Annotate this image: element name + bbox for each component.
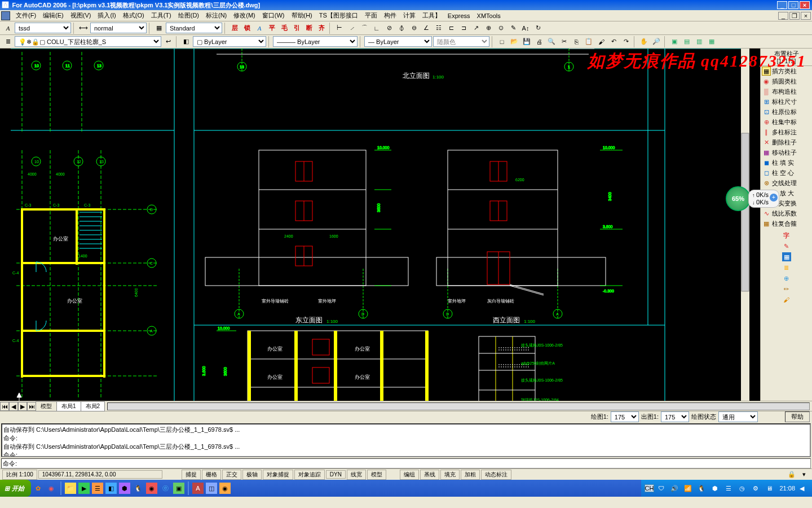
tool-match-icon[interactable]: 🖌 — [595, 36, 607, 47]
tool-lead[interactable]: 引 — [291, 23, 302, 34]
toggle-osnap[interactable]: 对象捕捉 — [263, 470, 293, 480]
menu-ts[interactable]: TS【图形接口 — [316, 10, 361, 21]
toggle-polar[interactable]: 极轴 — [242, 470, 262, 480]
doc-minimize-button[interactable]: _ — [778, 12, 788, 20]
palette-char-icon[interactable]: 字 — [782, 231, 791, 240]
task-app6-icon[interactable]: ◫ — [206, 483, 217, 494]
dim-update-icon[interactable]: ↻ — [532, 23, 544, 34]
tray-4-icon[interactable]: ⬢ — [709, 483, 721, 494]
tool-group[interactable]: 毛 — [279, 23, 290, 34]
tool-redo-icon[interactable]: ↷ — [620, 36, 632, 47]
tray-1-icon[interactable]: 🛡 — [655, 483, 667, 494]
help-label[interactable]: 帮助 — [785, 411, 810, 422]
speed-plus-button[interactable]: + — [770, 194, 778, 202]
task-acad-icon[interactable]: A — [192, 483, 204, 494]
layer-prev-icon[interactable]: ↩ — [162, 36, 174, 47]
tool-copy-icon[interactable]: ⎘ — [571, 36, 582, 47]
tool-win2-icon[interactable]: ▤ — [681, 36, 692, 47]
tool-undo-icon[interactable]: ↶ — [608, 36, 619, 47]
tool-plot-icon[interactable]: 🖨 — [533, 36, 545, 47]
hscrollbar[interactable] — [107, 402, 810, 410]
tab-layout1[interactable]: 布局1 — [56, 401, 81, 411]
toggle-dyn[interactable]: DYN — [326, 470, 346, 479]
tool-win1-icon[interactable]: ▣ — [669, 36, 680, 47]
menu-help[interactable]: 帮助(H) — [288, 10, 316, 21]
tool-align[interactable]: 齐 — [316, 23, 327, 34]
text-style-select[interactable]: tssd — [15, 23, 71, 33]
tray-7-icon[interactable]: ⚙ — [750, 483, 761, 494]
palette-item-dim-size[interactable]: ⊞标柱尺寸 — [761, 97, 812, 107]
status-lock-icon[interactable]: 🔒 — [786, 469, 797, 480]
tab-last-button[interactable]: ⏭ — [27, 402, 36, 411]
menu-component[interactable]: 构件 — [381, 10, 400, 21]
menu-express[interactable]: Express — [444, 11, 474, 20]
palette-item-move-col[interactable]: ▦移动柱子 — [761, 147, 812, 157]
menu-modify[interactable]: 修改(M) — [230, 10, 259, 21]
draw-scale-select[interactable]: 175 — [611, 411, 639, 422]
palette-layers-icon[interactable]: ≣ — [782, 263, 791, 272]
tab-layout2[interactable]: 布局2 — [81, 401, 105, 411]
tab-next-button[interactable]: ▶ — [18, 402, 27, 411]
tool-break[interactable]: 断 — [303, 23, 315, 34]
speed-widget[interactable]: 65% ↑ 0K/s↓ 0K/s + — [726, 186, 779, 211]
menu-tools[interactable]: 工具(T) — [148, 10, 175, 21]
tool-win4-icon[interactable]: ▦ — [706, 36, 717, 47]
tool-a[interactable]: A — [254, 23, 265, 34]
toggle-model[interactable]: 模型 — [367, 470, 386, 480]
menu-view[interactable]: 视图(V) — [67, 10, 95, 21]
toggle-snap[interactable]: 捕捉 — [182, 470, 201, 480]
tray-qq-icon[interactable]: 🐧 — [696, 483, 707, 494]
toggle-dyndim[interactable]: 动态标注 — [481, 470, 511, 480]
maximize-button[interactable]: □ — [788, 1, 798, 9]
palette-item-compound[interactable]: ▦柱复合箍 — [761, 218, 812, 229]
dim-continue-icon[interactable]: ⊐ — [458, 23, 469, 34]
palette-brush-icon[interactable]: 🖌 — [782, 295, 791, 304]
tool-cut-icon[interactable]: ✂ — [558, 36, 570, 47]
status-tray-icon[interactable]: ▾ — [798, 469, 810, 480]
dim-ordinate-icon[interactable]: ∟ — [371, 23, 382, 34]
dim-style-select[interactable]: normal — [90, 23, 147, 33]
palette-item-multi-mark[interactable]: ∥多柱标注 — [761, 127, 812, 137]
dim-baseline-icon[interactable]: ⊏ — [445, 23, 457, 34]
dim-linear-icon[interactable]: ⊢ — [334, 23, 345, 34]
lineweight-select[interactable]: — ByLayer — [364, 36, 432, 47]
palette-item-round-col[interactable]: ◉插圆类柱 — [761, 76, 812, 86]
toggle-hatch[interactable]: 填充 — [440, 470, 460, 480]
menu-file[interactable]: 文件(F) — [12, 10, 39, 21]
toggle-group[interactable]: 编组 — [400, 470, 419, 480]
menu-window[interactable]: 窗口(W) — [259, 10, 288, 21]
table-style-select[interactable]: Standard — [166, 23, 222, 33]
task-app3-icon[interactable]: ⬢ — [119, 483, 130, 494]
tray-2-icon[interactable]: 🔊 — [669, 483, 680, 494]
task-app2-icon[interactable]: ◧ — [105, 483, 117, 494]
palette-grid-icon[interactable]: ▦ — [782, 252, 791, 261]
dim-edit-icon[interactable]: ✎ — [508, 23, 519, 34]
toggle-ortho[interactable]: 正交 — [222, 470, 241, 480]
dim-aligned-icon[interactable]: ⟋ — [346, 23, 358, 34]
tool-flat[interactable]: 平 — [266, 23, 277, 34]
command-history[interactable]: 自动保存到 C:\Users\Administrator\AppData\Loc… — [1, 423, 811, 457]
dim-radius-icon[interactable]: ⊘ — [383, 23, 395, 34]
linetype-select[interactable]: ——— ByLayer — [273, 36, 358, 47]
command-input[interactable]: 命令: — [1, 458, 811, 468]
clock[interactable]: 21:08 — [779, 485, 795, 492]
palette-globe-icon[interactable]: ⊕ — [782, 274, 791, 283]
layer-select[interactable]: 💡❄🔒▢ COLU_下层柱轮廓_S — [15, 36, 161, 47]
task-app5-icon[interactable]: ▣ — [173, 483, 184, 494]
tool-lock[interactable]: 锁 — [241, 23, 253, 34]
menu-edit[interactable]: 编辑(E) — [39, 10, 67, 21]
task-app4-icon[interactable]: ◉ — [146, 483, 157, 494]
tool-save-icon[interactable]: 💾 — [521, 36, 532, 47]
dim-tedit-icon[interactable]: A↕ — [520, 23, 531, 34]
dim-quick-icon[interactable]: ☷ — [433, 23, 444, 34]
dim-leader-icon[interactable]: ↗ — [470, 23, 482, 34]
toggle-bold[interactable]: 加粗 — [461, 470, 480, 480]
color-icon[interactable]: ◧ — [180, 36, 192, 47]
draw-state-select[interactable]: 通用 — [718, 411, 758, 422]
dim-center-icon[interactable]: ⊙ — [495, 23, 506, 34]
task-app1-icon[interactable]: ☰ — [92, 483, 103, 494]
toggle-lwt[interactable]: 线宽 — [347, 470, 366, 480]
tray-3-icon[interactable]: 📶 — [682, 483, 694, 494]
tool-win3-icon[interactable]: ▥ — [694, 36, 705, 47]
tool-layer[interactable]: 层 — [229, 23, 240, 34]
